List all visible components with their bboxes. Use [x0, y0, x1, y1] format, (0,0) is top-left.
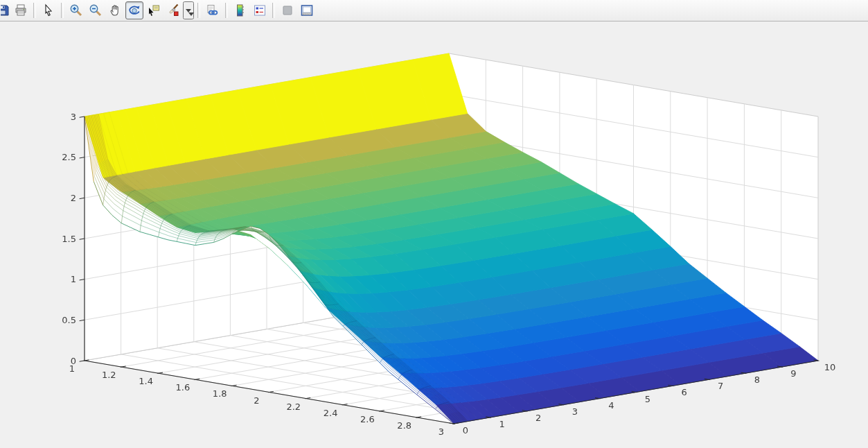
toolbar-separator	[33, 3, 36, 18]
zoom-out-button[interactable]	[87, 1, 105, 19]
toolbar-separator	[272, 3, 275, 18]
toolbar-separator	[225, 3, 228, 18]
link-icon	[206, 3, 220, 17]
toolbar-separator	[197, 3, 200, 18]
zoom-out-icon	[89, 3, 103, 17]
figure-toolbar	[0, 0, 868, 21]
brush-dropdown-button[interactable]	[183, 1, 194, 19]
colorbar-icon	[233, 3, 247, 17]
zoom-in-button[interactable]	[67, 1, 85, 19]
link-plot-button[interactable]	[204, 1, 222, 19]
data-cursor-icon	[147, 3, 161, 17]
brush-icon	[166, 3, 180, 17]
edit-plot-button[interactable]	[39, 1, 57, 19]
print-icon	[14, 3, 28, 17]
toolbar-separator	[61, 3, 64, 18]
gray-square-icon	[281, 3, 294, 17]
arrow-cursor-icon	[42, 3, 55, 17]
insert-legend-button[interactable]	[251, 1, 269, 19]
dock-figure-button[interactable]	[298, 1, 316, 19]
brush-button[interactable]	[164, 1, 182, 19]
data-cursor-button[interactable]	[145, 1, 163, 19]
figure-area	[0, 21, 868, 448]
dock-window-icon	[300, 3, 314, 17]
legend-icon	[253, 3, 267, 17]
matlab-figure-window	[0, 0, 868, 448]
surface-plot-canvas[interactable]	[0, 21, 868, 448]
rotate-3d-icon	[127, 3, 141, 17]
insert-colorbar-button[interactable]	[231, 1, 249, 19]
zoom-in-icon	[69, 3, 83, 17]
save-button[interactable]	[0, 1, 10, 19]
pan-button[interactable]	[106, 1, 124, 19]
print-button[interactable]	[12, 1, 30, 19]
chevron-down-icon	[186, 9, 191, 12]
hide-plot-tools-button[interactable]	[278, 1, 296, 19]
hand-icon	[108, 3, 122, 17]
save-icon	[0, 3, 10, 17]
rotate-3d-button[interactable]	[125, 1, 143, 19]
